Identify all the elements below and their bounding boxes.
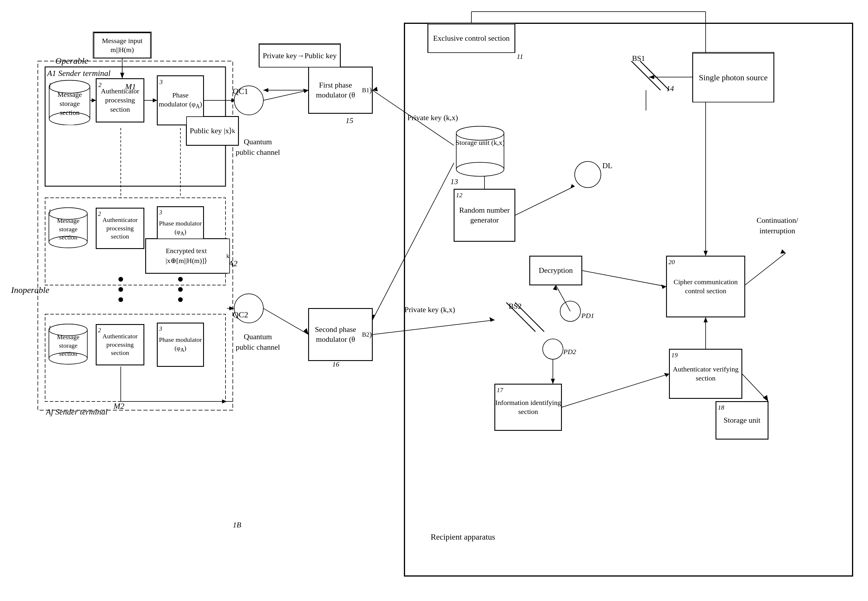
svg-rect-5	[96, 79, 144, 122]
svg-rect-6	[157, 76, 204, 125]
a2-label: A2	[229, 259, 238, 268]
operable-label: Operable	[55, 56, 88, 66]
inoperable-label: Inoperable	[11, 285, 49, 295]
msg-storage-a1: Messagestoragesection 1	[47, 79, 92, 125]
svg-point-99	[49, 80, 90, 93]
cipher-comm-box: Cipher communication control section 20	[667, 256, 745, 317]
svg-marker-59	[229, 306, 234, 310]
svg-line-34	[263, 90, 308, 101]
svg-marker-85	[553, 285, 557, 290]
auth-verifying-box: Authenticator verifying section 19	[669, 349, 742, 398]
continuation-interruption-label: Continuation/interruption	[757, 215, 798, 236]
svg-line-93	[515, 186, 575, 215]
svg-line-64	[506, 302, 535, 332]
num-15-label: 15	[346, 116, 353, 125]
msg-storage-aj: Messagestoragesection 1	[47, 323, 89, 365]
1b-label: 1B	[233, 521, 241, 529]
svg-rect-9	[96, 324, 144, 365]
svg-marker-83	[371, 315, 375, 320]
public-key-box: Public key |x⟩k	[186, 116, 239, 145]
svg-marker-87	[661, 285, 667, 289]
bs1-label: BS1	[632, 54, 645, 63]
svg-marker-69	[551, 379, 555, 384]
svg-rect-1	[45, 67, 226, 186]
svg-rect-11	[93, 32, 151, 58]
svg-point-109	[49, 236, 87, 248]
svg-point-53	[234, 294, 263, 323]
svg-point-122	[456, 126, 504, 140]
exclusive-control-box: Exclusive control section 11	[428, 24, 515, 53]
random-number-box: Random number generator 12	[454, 189, 515, 241]
private-to-public-box: Private key→Public key	[259, 44, 340, 67]
storage-unit-kx: Storage unit (k,x)	[454, 125, 506, 177]
svg-point-104	[49, 80, 90, 93]
a1-sender-label: A1 Sender terminal	[47, 69, 111, 78]
svg-rect-19	[308, 308, 372, 361]
message-input-box: Message storage section	[94, 32, 151, 58]
svg-rect-2	[45, 198, 226, 285]
svg-rect-15	[308, 67, 372, 113]
svg-line-86	[582, 270, 667, 287]
phase-mod-a2: Phase modulator (φA) 3	[157, 206, 204, 250]
svg-rect-24	[667, 256, 745, 317]
svg-marker-75	[780, 249, 786, 254]
svg-rect-18	[454, 189, 515, 241]
svg-marker-91	[703, 251, 708, 256]
svg-rect-20	[529, 256, 582, 285]
svg-line-95	[308, 55, 340, 67]
svg-marker-94	[571, 184, 575, 189]
svg-point-45	[118, 277, 123, 282]
svg-point-66	[560, 301, 581, 322]
svg-line-74	[745, 253, 786, 285]
svg-marker-73	[703, 317, 708, 322]
svg-line-80	[372, 90, 454, 145]
svg-line-65	[515, 302, 544, 332]
svg-rect-22	[716, 401, 768, 439]
svg-point-67	[543, 339, 563, 359]
svg-marker-77	[763, 395, 768, 401]
svg-rect-100	[49, 87, 90, 119]
svg-rect-106	[49, 214, 87, 242]
svg-point-116	[49, 324, 87, 336]
svg-point-110	[49, 208, 87, 219]
second-phase-mod-box: Second phase modulator (θB2) 16	[308, 308, 372, 361]
svg-line-60	[263, 308, 308, 334]
pd1-label: PD1	[581, 312, 594, 320]
single-photon-box: Single photon source	[693, 53, 774, 102]
svg-marker-28	[92, 98, 96, 102]
svg-point-49	[178, 287, 183, 292]
svg-point-121	[456, 162, 504, 176]
svg-rect-12	[186, 116, 239, 145]
svg-point-103	[49, 112, 90, 125]
decryption-box: Decryption	[529, 256, 582, 285]
phase-mod-a1: Phase modulator (φA) 3	[157, 76, 204, 125]
svg-rect-0	[404, 23, 853, 576]
svg-marker-63	[490, 317, 495, 322]
private-key2-label: Private key (k,x)	[404, 305, 455, 314]
svg-rect-3	[45, 314, 226, 401]
aj-sender-label: Aj Sender terminal	[46, 407, 108, 416]
svg-point-46	[118, 287, 123, 292]
svg-marker-26	[120, 73, 124, 79]
svg-marker-61	[304, 328, 308, 334]
svg-line-70	[561, 374, 669, 407]
svg-line-39	[640, 61, 669, 90]
svg-rect-17	[693, 52, 774, 102]
svg-marker-81	[372, 87, 378, 92]
info-identifying-box: Information identifying section 17	[495, 384, 561, 430]
m1-label: M1	[125, 82, 136, 92]
m2-label: M2	[113, 401, 124, 411]
svg-line-76	[742, 374, 768, 401]
pd2-label: PD2	[563, 348, 576, 356]
svg-marker-32	[231, 98, 236, 102]
svg-marker-42	[263, 88, 268, 92]
svg-marker-30	[153, 98, 157, 102]
auth-processing-a2: Authenticator processing section 2	[96, 208, 144, 249]
svg-line-84	[556, 285, 571, 311]
svg-rect-7	[96, 208, 144, 249]
msg-storage-a2: Messagestoragesection 1	[47, 206, 89, 249]
phase-mod-aj: Phase modulator (φA) 3	[157, 323, 204, 366]
svg-point-92	[575, 162, 601, 188]
svg-rect-13	[145, 238, 227, 273]
bs2-label: BS2	[509, 302, 522, 311]
